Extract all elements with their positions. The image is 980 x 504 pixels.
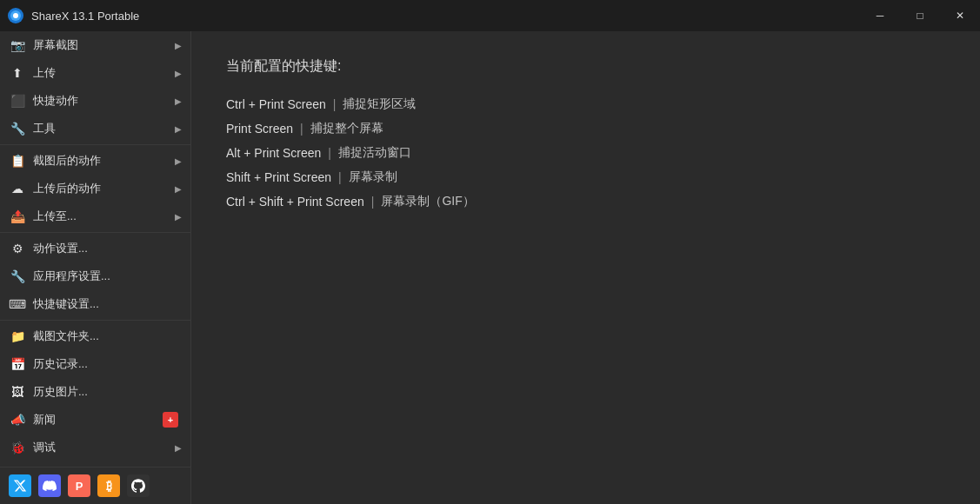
svg-point-2 (13, 13, 18, 18)
destinations-arrow: ▶ (175, 212, 182, 222)
after-upload-label: 上传后的动作 (33, 181, 168, 196)
shortcut-line: Alt + Print Screen | 捕捉活动窗口 (226, 145, 945, 161)
social-github-icon[interactable] (127, 474, 150, 497)
upload-label: 上传 (33, 65, 168, 81)
tools-icon: 🔧 (9, 120, 26, 137)
shortcut-separator: | (371, 195, 375, 209)
menu-divider (0, 232, 190, 233)
history-icon: 📅 (9, 355, 26, 373)
folder-label: 截图文件夹... (33, 328, 182, 344)
tools-arrow: ▶ (175, 124, 182, 134)
shortcut-separator: | (338, 170, 342, 184)
sidebar: 📷屏幕截图▶⬆上传▶⬛快捷动作▶🔧工具▶📋截图后的动作▶☁上传后的动作▶📤上传至… (0, 31, 191, 504)
shortcut-desc: 捕捉活动窗口 (338, 145, 411, 161)
shortcut-separator: | (328, 146, 331, 160)
shortcut-key: Ctrl + Print Screen (226, 97, 326, 111)
shortcut-key: Alt + Print Screen (226, 146, 321, 160)
sidebar-item-after-upload[interactable]: ☁上传后的动作▶ (0, 175, 190, 202)
titlebar-controls: ─ □ ✕ (860, 0, 980, 31)
app-settings-icon: 🔧 (9, 268, 26, 285)
social-bitcoin-icon[interactable]: ₿ (97, 474, 120, 497)
shortcut-desc: 屏幕录制（GIF） (381, 194, 474, 209)
hotkeys-label: 快捷键设置... (33, 296, 182, 312)
upload-arrow: ▶ (175, 69, 182, 78)
shortcut-desc: 捕捉整个屏幕 (310, 121, 383, 136)
shortcut-key: Print Screen (226, 122, 293, 136)
debug-icon: 🐞 (9, 439, 26, 456)
sidebar-item-after-capture[interactable]: 📋截图后的动作▶ (0, 147, 190, 175)
close-button[interactable]: ✕ (940, 0, 980, 31)
sidebar-item-folder[interactable]: 📁截图文件夹... (0, 322, 190, 350)
sidebar-item-actions[interactable]: ⬛快捷动作▶ (0, 87, 190, 115)
sidebar-item-debug[interactable]: 🐞调试▶ (0, 434, 190, 461)
sidebar-item-donate[interactable]: ❤捐助 (0, 461, 190, 467)
debug-arrow: ▶ (175, 443, 182, 453)
upload-icon: ⬆ (9, 64, 26, 82)
capture-icon: 📷 (9, 36, 26, 54)
social-twitter-icon[interactable] (9, 474, 31, 497)
after-capture-arrow: ▶ (175, 156, 182, 166)
titlebar-left: ShareX 13.1 Portable (7, 7, 139, 24)
maximize-button[interactable]: □ (900, 0, 940, 31)
sidebar-item-app-settings[interactable]: 🔧应用程序设置... (0, 262, 190, 290)
destinations-icon: 📤 (9, 208, 26, 225)
tools-label: 工具 (33, 121, 168, 136)
shortcut-line: Ctrl + Print Screen | 捕捉矩形区域 (226, 96, 945, 112)
shortcut-key: Ctrl + Shift + Print Screen (226, 195, 364, 209)
shortcut-desc: 捕捉矩形区域 (343, 96, 416, 112)
capture-label: 屏幕截图 (33, 37, 168, 53)
history-img-label: 历史图片... (33, 384, 182, 400)
after-upload-icon: ☁ (9, 180, 26, 197)
app-settings-label: 应用程序设置... (33, 269, 182, 284)
history-label: 历史记录... (33, 356, 182, 372)
sidebar-item-history-img[interactable]: 🖼历史图片... (0, 378, 190, 406)
app-title: ShareX 13.1 Portable (31, 10, 139, 23)
after-capture-label: 截图后的动作 (33, 153, 168, 169)
sidebar-item-upload[interactable]: ⬆上传▶ (0, 59, 190, 87)
after-upload-arrow: ▶ (175, 184, 182, 194)
shortcut-line: Ctrl + Shift + Print Screen | 屏幕录制（GIF） (226, 194, 945, 209)
shortcut-separator: | (300, 122, 303, 136)
sidebar-item-destinations[interactable]: 📤上传至...▶ (0, 202, 190, 230)
social-bar: P₿ (0, 467, 190, 504)
folder-icon: 📁 (9, 328, 26, 345)
app-logo (7, 7, 24, 24)
menu-divider (0, 320, 190, 321)
content-title: 当前配置的快捷键: (226, 57, 945, 76)
capture-arrow: ▶ (175, 41, 182, 50)
sidebar-item-tools[interactable]: 🔧工具▶ (0, 115, 190, 143)
history-img-icon: 🖼 (9, 383, 26, 401)
shortcuts-list: Ctrl + Print Screen | 捕捉矩形区域Print Screen… (226, 96, 945, 209)
destinations-label: 上传至... (33, 209, 168, 224)
menu-divider (0, 144, 190, 145)
actions-label: 快捷动作 (33, 93, 168, 109)
content-area: 当前配置的快捷键: Ctrl + Print Screen | 捕捉矩形区域Pr… (191, 31, 980, 504)
titlebar: ShareX 13.1 Portable ─ □ ✕ (0, 0, 980, 31)
news-label: 新闻 (33, 412, 156, 428)
sidebar-item-history[interactable]: 📅历史记录... (0, 350, 190, 378)
hotkeys-icon: ⌨ (9, 295, 26, 313)
debug-label: 调试 (33, 440, 168, 455)
shortcut-key: Shift + Print Screen (226, 170, 331, 184)
sidebar-item-capture[interactable]: 📷屏幕截图▶ (0, 31, 190, 59)
social-patreon-icon[interactable]: P (68, 474, 90, 497)
sidebar-item-news[interactable]: 📣新闻+ (0, 406, 190, 434)
sidebar-item-hotkeys[interactable]: ⌨快捷键设置... (0, 290, 190, 318)
main-area: 📷屏幕截图▶⬆上传▶⬛快捷动作▶🔧工具▶📋截图后的动作▶☁上传后的动作▶📤上传至… (0, 31, 980, 504)
actions-arrow: ▶ (175, 96, 182, 106)
shortcut-line: Print Screen | 捕捉整个屏幕 (226, 121, 945, 136)
after-capture-icon: 📋 (9, 152, 26, 169)
workflow-label: 动作设置... (33, 241, 182, 256)
minimize-button[interactable]: ─ (860, 0, 900, 31)
shortcut-separator: | (333, 97, 337, 111)
sidebar-item-workflow[interactable]: ⚙动作设置... (0, 235, 190, 262)
news-badge: + (163, 412, 178, 428)
shortcut-desc: 屏幕录制 (349, 169, 397, 185)
social-discord-icon[interactable] (38, 474, 61, 497)
shortcut-line: Shift + Print Screen | 屏幕录制 (226, 169, 945, 185)
news-icon: 📣 (9, 411, 26, 428)
actions-icon: ⬛ (9, 92, 26, 109)
workflow-icon: ⚙ (9, 240, 26, 257)
